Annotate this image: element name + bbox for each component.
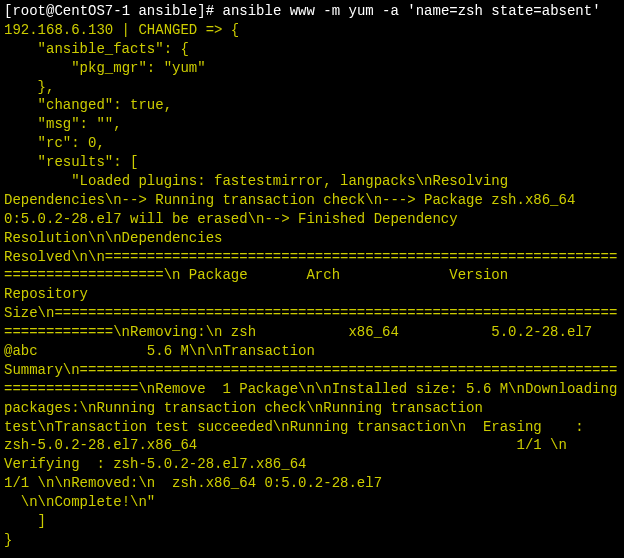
output-line: "rc": 0, — [4, 135, 105, 151]
output-line: \n\nComplete!\n" — [4, 494, 155, 510]
output-line: "msg": "", — [4, 116, 122, 132]
output-line: 192.168.6.130 | CHANGED => { — [4, 22, 239, 38]
output-line: "results": [ — [4, 154, 138, 170]
prompt-cwd: ansible — [138, 3, 197, 19]
output-line: ] — [4, 513, 46, 529]
output-line: "changed": true, — [4, 97, 172, 113]
output-line: "Loaded plugins: fastestmirror, langpack… — [4, 173, 624, 491]
output-line: } — [4, 532, 12, 548]
output-line: }, — [4, 79, 54, 95]
prompt-user: root — [12, 3, 46, 19]
command-input[interactable]: ansible www -m yum -a 'name=zsh state=ab… — [222, 3, 600, 19]
output-line: "ansible_facts": { — [4, 41, 189, 57]
prompt-bracket-close: ]# — [197, 3, 222, 19]
output-line: "pkg_mgr": "yum" — [4, 60, 206, 76]
prompt-host: CentOS7-1 — [54, 3, 130, 19]
